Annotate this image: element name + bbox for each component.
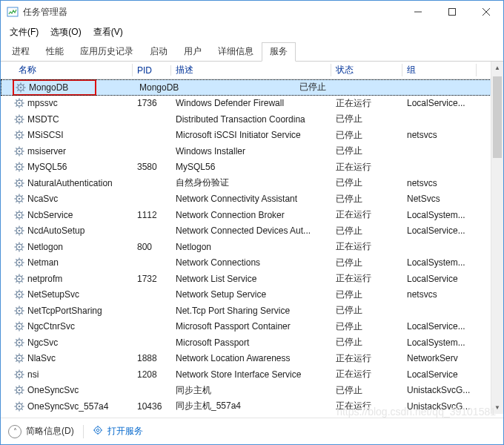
chevron-up-icon: ˄ [8, 425, 21, 438]
menu-view[interactable]: 查看(V) [89, 24, 127, 40]
cell-name: OneSyncSvc_557a4 [27, 401, 113, 412]
svg-point-26 [19, 118, 21, 120]
svg-line-84 [16, 201, 17, 202]
svg-point-6 [20, 86, 22, 88]
cell-name: MySQL56 [27, 162, 71, 172]
cell-group: LocalSystem... [402, 210, 477, 220]
minimize-button[interactable] [401, 1, 435, 23]
svg-line-32 [21, 122, 23, 123]
tab-users[interactable]: 用户 [176, 42, 210, 61]
svg-line-122 [21, 265, 23, 266]
table-row[interactable]: NetTcpPortSharingNet.Tcp Port Sharing Se… [1, 303, 503, 319]
svg-line-101 [16, 228, 17, 229]
tab-startup[interactable]: 启动 [142, 42, 176, 61]
table-row[interactable]: NcdAutoSetupNetwork Connected Devices Au… [1, 223, 503, 240]
fewer-details-button[interactable]: ˄ 简略信息(D) [8, 425, 74, 438]
svg-line-172 [21, 345, 23, 346]
svg-line-71 [16, 179, 17, 181]
col-desc[interactable]: 描述 [171, 61, 331, 79]
svg-line-22 [21, 105, 23, 107]
col-status[interactable]: 状态 [331, 61, 402, 79]
table-row[interactable]: OneSyncSvc_557a410436同步主机_557a4正在运行Unist… [1, 398, 503, 415]
svg-point-136 [19, 294, 21, 296]
svg-line-72 [21, 185, 23, 187]
cell-group: NetSvcs [402, 194, 477, 204]
table-row[interactable]: NetSetupSvcNetwork Setup Service已停止netsv… [1, 287, 503, 303]
svg-line-74 [16, 185, 17, 187]
close-button[interactable] [469, 1, 503, 23]
table-row[interactable]: MongoDBMongoDB已停止 [1, 79, 503, 96]
col-pid[interactable]: PID [133, 62, 171, 79]
svg-line-63 [21, 164, 23, 165]
tab-processes[interactable]: 进程 [4, 42, 38, 61]
table-row[interactable]: MSDTCDistributed Transaction Coordina已停止 [1, 111, 503, 128]
cell-desc: Windows Installer [171, 146, 331, 156]
svg-point-46 [19, 150, 21, 152]
vertical-scrollbar[interactable]: ▲ ▼ [491, 62, 503, 414]
table-row[interactable]: mpssvc1736Windows Defender Firewall正在运行L… [1, 96, 503, 112]
table-row[interactable]: NetmanNetwork Connections已停止LocalSystem.… [1, 255, 503, 271]
svg-line-83 [21, 196, 23, 197]
svg-line-213 [21, 403, 23, 404]
open-services-label: 打开服务 [107, 425, 143, 438]
table-row[interactable]: NcaSvcNetwork Connectivity Assistant已停止N… [1, 191, 503, 208]
scroll-thumb[interactable] [493, 76, 502, 158]
titlebar[interactable]: 任务管理器 [1, 1, 503, 23]
cell-desc: Net.Tcp Port Sharing Service [171, 306, 331, 316]
svg-line-194 [16, 377, 17, 378]
cell-desc: Network List Service [171, 274, 331, 284]
cell-pid: 1888 [133, 353, 171, 363]
scroll-up-icon[interactable]: ▲ [491, 62, 503, 74]
cell-desc: Netlogon [171, 242, 331, 252]
cell-desc: MySQL56 [171, 162, 331, 172]
tab-details[interactable]: 详细信息 [210, 42, 262, 61]
svg-line-51 [16, 148, 17, 149]
col-name[interactable]: 名称 [14, 61, 133, 79]
table-row[interactable]: MSiSCSIMicrosoft iSCSI Initiator Service… [1, 128, 503, 144]
svg-point-56 [19, 166, 21, 168]
cell-desc: Microsoft Passport Container [171, 321, 331, 332]
col-group[interactable]: 组 [402, 61, 477, 79]
maximize-button[interactable] [435, 1, 469, 23]
scroll-down-icon[interactable]: ▼ [491, 401, 503, 414]
svg-point-206 [19, 405, 21, 407]
cell-desc: Distributed Transaction Coordina [171, 114, 331, 125]
cell-desc: 同步主机_557a4 [171, 400, 331, 412]
table-row[interactable]: Netlogon800Netlogon正在运行 [1, 239, 503, 255]
menu-file[interactable]: 文件(F) [5, 24, 43, 40]
table-row[interactable]: nsi1208Network Store Interface Service正在… [1, 366, 503, 383]
cell-name: mpssvc [27, 98, 62, 108]
table-row[interactable]: msiserverWindows Installer已停止 [1, 143, 503, 159]
cell-desc: Network Location Awareness [171, 353, 331, 363]
svg-line-203 [21, 387, 23, 389]
tab-performance[interactable]: 性能 [38, 42, 72, 61]
menu-options[interactable]: 选项(O) [46, 24, 85, 40]
cell-status: 已停止 [295, 81, 366, 93]
table-row[interactable]: NaturalAuthentication自然身份验证已停止netsvcs [1, 175, 503, 191]
table-row[interactable]: NlaSvc1888Network Location Awareness正在运行… [1, 351, 503, 367]
table-row[interactable]: netprofm1732Network List Service正在运行Loca… [1, 271, 503, 287]
table-row[interactable]: NcbService1112Network Connection Broker正… [1, 207, 503, 223]
table-row[interactable]: NgcSvcMicrosoft Passport已停止LocalSystem..… [1, 334, 503, 351]
service-gear-icon [14, 225, 24, 236]
svg-point-76 [19, 198, 21, 200]
svg-line-91 [16, 211, 17, 213]
svg-line-154 [16, 313, 17, 314]
table-row[interactable]: MySQL563580MySQL56正在运行 [1, 159, 503, 176]
tab-services[interactable]: 服务 [262, 42, 296, 62]
table-row[interactable]: NgcCtnrSvcMicrosoft Passport Container已停… [1, 319, 503, 335]
svg-line-61 [16, 164, 17, 165]
open-services-link[interactable]: 打开服务 [93, 425, 143, 438]
svg-point-176 [19, 357, 21, 360]
svg-line-124 [16, 265, 17, 266]
table-row[interactable]: OneSyncSvc同步主机已停止UnistackSvcG... [1, 383, 503, 399]
cell-name: netprofm [27, 274, 67, 284]
svg-line-173 [21, 339, 23, 340]
cell-desc: Windows Defender Firewall [171, 98, 331, 108]
service-gear-icon [14, 98, 24, 108]
service-gear-icon [14, 369, 24, 380]
tab-history[interactable]: 应用历史记录 [72, 42, 142, 61]
service-gear-icon [14, 385, 24, 395]
svg-line-141 [16, 291, 17, 293]
cell-name: NcaSvc [27, 194, 62, 204]
